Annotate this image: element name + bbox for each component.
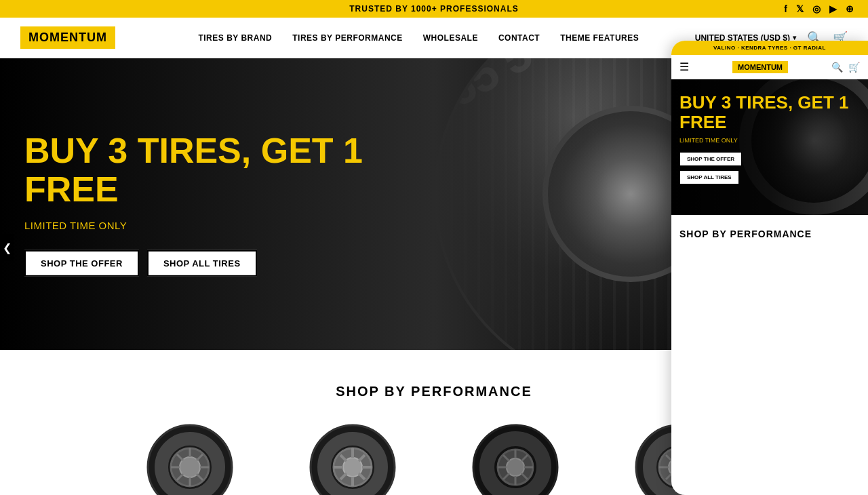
nav-wholesale[interactable]: WHOLESALE (423, 33, 478, 43)
x-twitter-icon[interactable]: 𝕏 (796, 3, 804, 14)
facebook-icon[interactable]: f (784, 3, 788, 14)
tire-svg-2 (309, 423, 397, 495)
logo[interactable]: MOMENTUM (20, 26, 115, 49)
mobile-shop-offer-button[interactable]: SHOP THE OFFER (679, 152, 742, 166)
shop-offer-button[interactable]: SHOP THE OFFER (24, 250, 139, 277)
tire-card-3[interactable] (441, 427, 590, 495)
mobile-cart-icon[interactable]: 🛒 (848, 62, 860, 73)
tire-image-3 (454, 427, 576, 495)
scroll-arrow-icon: ❮ (3, 242, 12, 254)
mobile-top-bar: VALINO · KENDRA TYRES · GT RADIAL (671, 41, 868, 55)
instagram-icon[interactable]: ◎ (812, 3, 821, 14)
social-icons: f 𝕏 ◎ ▶ ⊕ (784, 3, 854, 14)
pinterest-icon[interactable]: ⊕ (846, 3, 854, 14)
mobile-shop-section: SHOP BY PERFORMANCE (671, 215, 868, 248)
nav-links: TIRES BY BRAND TIRES BY PERFORMANCE WHOL… (142, 33, 695, 43)
top-bar: TRUSTED BY 1000+ PROFESSIONALS f 𝕏 ◎ ▶ ⊕ (0, 0, 868, 18)
mobile-hero-headline: BUY 3 TIRES, GET 1 FREE (679, 93, 868, 132)
mobile-shop-all-tires-button[interactable]: SHOP ALL TIRES (679, 170, 739, 184)
mobile-nav-icons: 🔍 🛒 (831, 62, 860, 73)
hero-subtext: LIMITED TIME ONLY (24, 220, 363, 231)
mobile-shop-title: SHOP BY PERFORMANCE (679, 229, 860, 239)
top-bar-text: TRUSTED BY 1000+ PROFESSIONALS (349, 4, 519, 14)
nav-contact[interactable]: CONTACT (498, 33, 540, 43)
tire-image-1 (129, 427, 251, 495)
mobile-hero-subtext: LIMITED TIME ONLY (679, 137, 868, 144)
hero-buttons: SHOP THE OFFER SHOP ALL TIRES (24, 250, 363, 277)
hero-content: BUY 3 TIRES, GET 1 FREE LIMITED TIME ONL… (24, 132, 363, 277)
nav-tires-by-brand[interactable]: TIRES BY BRAND (198, 33, 272, 43)
tire-card-1[interactable] (115, 427, 264, 495)
mobile-hamburger-icon[interactable]: ☰ (679, 60, 689, 73)
youtube-icon[interactable]: ▶ (829, 3, 837, 14)
shop-all-tires-button[interactable]: SHOP ALL TIRES (147, 250, 257, 277)
mobile-nav: ☰ MOMENTUM 🔍 🛒 (671, 55, 868, 79)
hero-headline: BUY 3 TIRES, GET 1 FREE (24, 132, 363, 209)
tire-svg-1 (146, 423, 234, 495)
tire-card-2[interactable] (278, 427, 427, 495)
mobile-search-icon[interactable]: 🔍 (831, 62, 843, 73)
mobile-preview-panel: VALINO · KENDRA TYRES · GT RADIAL ☰ MOME… (671, 41, 868, 495)
nav-tires-by-performance[interactable]: TIRES BY PERFORMANCE (292, 33, 402, 43)
mobile-logo[interactable]: MOMENTUM (732, 61, 788, 73)
tire-image-2 (292, 427, 414, 495)
scroll-left-arrow[interactable]: ❮ (0, 235, 14, 261)
mobile-hero: BUY 3 TIRES, GET 1 FREE LIMITED TIME ONL… (671, 79, 868, 215)
tire-svg-3 (471, 423, 559, 495)
nav-theme-features[interactable]: THEME FEATURES (560, 33, 639, 43)
mobile-hero-content: BUY 3 TIRES, GET 1 FREE LIMITED TIME ONL… (679, 93, 868, 189)
